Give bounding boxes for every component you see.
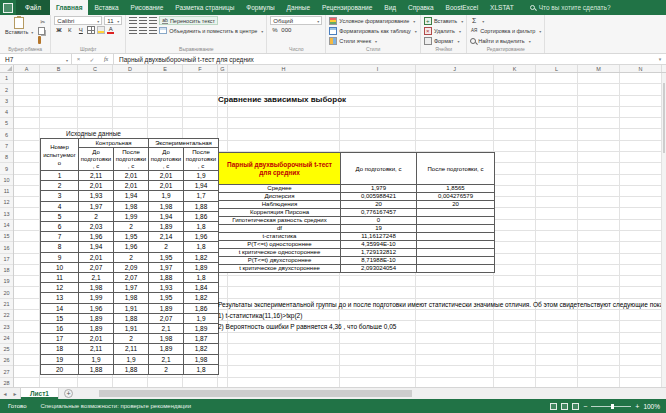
group-header-cell[interactable]: Контрольная bbox=[79, 139, 149, 148]
row-header-7[interactable]: 7 bbox=[0, 141, 13, 152]
zoom-slider[interactable] bbox=[591, 406, 631, 407]
header-cell[interactable]: Номер испытуемого bbox=[41, 139, 79, 171]
cell[interactable]: 2,1 bbox=[79, 273, 114, 283]
cell[interactable]: 1,94 bbox=[114, 191, 149, 201]
cell[interactable]: 1,979 bbox=[341, 185, 417, 193]
cell[interactable]: 20 bbox=[341, 201, 417, 209]
cell[interactable]: 1,91 bbox=[114, 324, 149, 334]
formula-input[interactable]: Парный двухвыборочный t-тест для средних bbox=[114, 54, 654, 64]
column-header-n[interactable]: N bbox=[620, 65, 662, 72]
tell-me-search[interactable]: Что вы хотите сделать? bbox=[530, 0, 611, 15]
column-header-d[interactable]: D bbox=[113, 65, 148, 72]
row-header-1[interactable]: 1 bbox=[0, 73, 13, 84]
add-sheet-button[interactable] bbox=[64, 389, 73, 398]
ribbon-tab-формулы[interactable]: Формулы bbox=[240, 0, 280, 15]
cell[interactable] bbox=[417, 225, 495, 233]
row-header-21[interactable]: 21 bbox=[0, 299, 13, 310]
header-cell[interactable]: До подготовки, с bbox=[341, 153, 417, 185]
cell[interactable]: 15 bbox=[41, 313, 79, 323]
cell[interactable]: 1,84 bbox=[184, 283, 219, 293]
cell[interactable]: 1,94 bbox=[184, 181, 219, 191]
number-format-select[interactable]: Общий bbox=[270, 16, 322, 25]
cell[interactable]: 1,89 bbox=[149, 344, 184, 354]
font-color-icon[interactable]: А bbox=[107, 26, 114, 34]
cell[interactable]: 0,004276579 bbox=[417, 193, 495, 201]
ribbon-tab-данные[interactable]: Данные bbox=[281, 0, 316, 15]
cell[interactable]: 6 bbox=[41, 222, 79, 232]
percent-style-button[interactable]: % bbox=[270, 26, 279, 34]
cell[interactable]: 1,87 bbox=[184, 334, 219, 344]
cell[interactable] bbox=[417, 217, 495, 225]
column-header-m[interactable]: M bbox=[578, 65, 620, 72]
cell[interactable]: 1,89 bbox=[184, 324, 219, 334]
cell[interactable]: 10 bbox=[41, 262, 79, 272]
column-header-f[interactable]: F bbox=[183, 65, 218, 72]
row-header-3[interactable]: 3 bbox=[0, 96, 13, 107]
cell[interactable]: df bbox=[219, 225, 341, 233]
underline-button[interactable]: Ч bbox=[76, 26, 85, 34]
cell[interactable]: 2,14 bbox=[149, 232, 184, 242]
sheet-nav-left-icon[interactable] bbox=[0, 390, 10, 397]
cell[interactable]: 1,82 bbox=[184, 344, 219, 354]
cell[interactable]: 0,005988421 bbox=[341, 193, 417, 201]
column-header-a[interactable]: A bbox=[14, 65, 40, 72]
cell[interactable]: 2,11 bbox=[114, 344, 149, 354]
cell[interactable]: 1,86 bbox=[184, 303, 219, 313]
cell[interactable]: 1,88 bbox=[114, 364, 149, 374]
cell[interactable]: Наблюдения bbox=[219, 201, 341, 209]
cell[interactable]: 2,093024054 bbox=[341, 265, 417, 273]
cell[interactable]: t критическое одностороннее bbox=[219, 249, 341, 257]
row-header-11[interactable]: 11 bbox=[0, 186, 13, 197]
row-header-15[interactable]: 15 bbox=[0, 231, 13, 242]
cell[interactable]: 5 bbox=[41, 211, 79, 221]
formula-bar-expand-icon[interactable]: ▾ bbox=[654, 54, 666, 64]
sub-header-cell[interactable]: До подготовки, с bbox=[149, 148, 184, 171]
cell[interactable] bbox=[417, 233, 495, 241]
select-all-corner[interactable] bbox=[0, 65, 14, 73]
column-header-g[interactable]: G bbox=[218, 65, 228, 72]
paste-button[interactable]: Вставить bbox=[3, 16, 35, 35]
insert-function-icon[interactable]: fx bbox=[104, 56, 108, 62]
cell[interactable]: 2 bbox=[114, 222, 149, 232]
cell[interactable]: 1,8 bbox=[184, 222, 219, 232]
row-header-16[interactable]: 16 bbox=[0, 242, 13, 254]
cell[interactable]: 2,01 bbox=[79, 334, 114, 344]
row-header-19[interactable]: 19 bbox=[0, 276, 13, 287]
column-header-i[interactable]: I bbox=[340, 65, 416, 72]
scrollbar-thumb[interactable] bbox=[99, 390, 412, 397]
name-box[interactable]: H7 bbox=[0, 54, 72, 64]
normal-view-icon[interactable] bbox=[550, 403, 557, 410]
cut-icon[interactable]: ✂ bbox=[38, 18, 47, 26]
cell[interactable]: 2 bbox=[114, 334, 149, 344]
ribbon-tab-справка[interactable]: Справка bbox=[402, 0, 440, 15]
font-size-select[interactable]: 11 bbox=[104, 16, 122, 25]
cell[interactable]: 1,9 bbox=[184, 313, 219, 323]
cell[interactable]: 1,89 bbox=[149, 303, 184, 313]
cell[interactable]: 1,8 bbox=[184, 364, 219, 374]
cell[interactable]: 1,89 bbox=[184, 262, 219, 272]
row-header-17[interactable]: 17 bbox=[0, 254, 13, 265]
cell[interactable]: 1,88 bbox=[184, 201, 219, 211]
align-middle-icon[interactable] bbox=[139, 17, 147, 24]
cell[interactable]: 1,98 bbox=[114, 293, 149, 303]
group-header-cell[interactable]: Экспериментальная bbox=[149, 139, 219, 148]
cell[interactable]: 1,93 bbox=[149, 283, 184, 293]
ribbon-tab-разметка страницы[interactable]: Разметка страницы bbox=[169, 0, 240, 15]
scrollbar-thumb[interactable] bbox=[663, 83, 665, 153]
cell[interactable]: 1,95 bbox=[149, 252, 184, 262]
row-header-24[interactable]: 24 bbox=[0, 333, 13, 344]
cell[interactable]: 1,96 bbox=[114, 242, 149, 252]
cell[interactable]: 2,01 bbox=[114, 181, 149, 191]
cell[interactable]: 2,07 bbox=[149, 313, 184, 323]
comma-style-button[interactable]: 000 bbox=[281, 26, 291, 34]
format-painter-icon[interactable] bbox=[38, 36, 41, 44]
cell[interactable]: 1,98 bbox=[149, 334, 184, 344]
row-header-25[interactable]: 25 bbox=[0, 344, 13, 355]
cell[interactable]: 1,94 bbox=[149, 211, 184, 221]
column-header-l[interactable]: L bbox=[536, 65, 578, 72]
cell[interactable]: 1,97 bbox=[114, 283, 149, 293]
row-header-20[interactable]: 20 bbox=[0, 287, 13, 299]
zoom-in-icon[interactable] bbox=[635, 403, 639, 410]
cell[interactable]: 1,98 bbox=[114, 201, 149, 211]
cell[interactable]: 11,16127248 bbox=[341, 233, 417, 241]
